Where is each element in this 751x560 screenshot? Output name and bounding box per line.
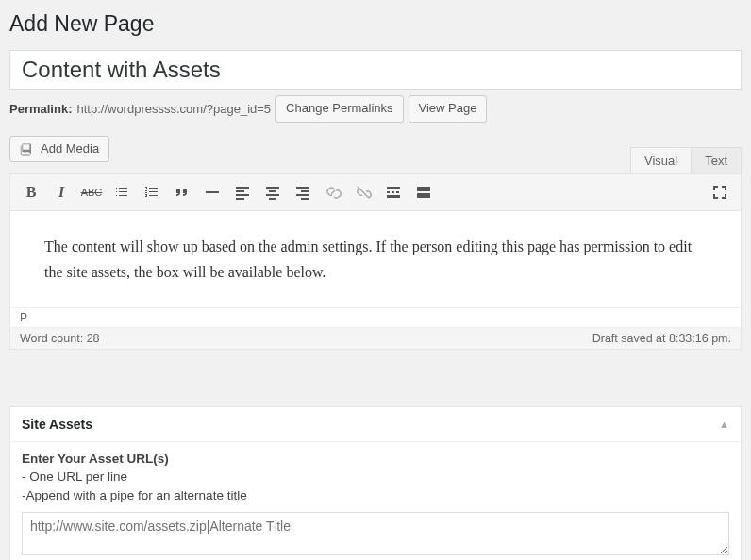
numbered-list-icon (142, 183, 161, 202)
permalink-row: Permalink: http://wordpressss.com/?page_… (9, 95, 742, 123)
read-more-button[interactable] (378, 178, 409, 206)
numbered-list-button[interactable] (137, 178, 167, 206)
fullscreen-button[interactable] (705, 178, 735, 206)
view-page-button[interactable]: View Page (409, 95, 488, 123)
editor-tabs: Visual Text (631, 147, 742, 173)
page-title: Add New Page (9, 11, 742, 37)
blockquote-icon (173, 183, 192, 202)
read-more-icon (384, 183, 403, 202)
bold-button[interactable]: B (16, 178, 46, 206)
bullet-list-button[interactable] (107, 178, 137, 206)
word-count: Word count: 28 (20, 332, 100, 345)
align-right-icon (293, 183, 312, 202)
permalink-url: http://wordpressss.com/?page_id=5 (76, 102, 271, 116)
link-icon (324, 183, 342, 202)
metabox-body: Enter Your Asset URL(s) - One URL per li… (10, 442, 741, 560)
blockquote-button[interactable] (167, 178, 197, 206)
tab-visual[interactable]: Visual (630, 147, 692, 173)
add-media-label: Add Media (41, 141, 99, 156)
unlink-icon (354, 183, 373, 202)
change-permalinks-button[interactable]: Change Permalinks (275, 95, 403, 123)
post-title-input[interactable] (9, 50, 742, 90)
italic-icon: I (58, 184, 64, 201)
editor-content[interactable]: The content will show up based on the ad… (10, 211, 741, 307)
media-icon (20, 141, 35, 156)
align-center-button[interactable] (258, 178, 288, 206)
unlink-button[interactable] (348, 178, 378, 206)
assets-line2: -Append with a pipe for an alternate tit… (22, 486, 729, 505)
assets-line1: - One URL per line (22, 468, 729, 486)
hr-button[interactable] (197, 178, 227, 206)
element-path: P (10, 307, 741, 327)
assets-heading: Enter Your Asset URL(s) (22, 452, 729, 466)
editor-toolbar: B I ABC (10, 174, 741, 211)
media-row: Add Media Visual Text (9, 136, 742, 173)
editor: B I ABC The content will show up based o… (9, 173, 742, 350)
hr-icon (203, 183, 222, 202)
draft-saved: Draft saved at 8:33:16 pm. (592, 332, 731, 345)
align-right-button[interactable] (288, 178, 318, 206)
toolbar-toggle-button[interactable] (409, 178, 439, 206)
align-center-icon (263, 183, 282, 202)
strikethrough-icon: ABC (81, 187, 103, 198)
permalink-label: Permalink: (9, 102, 72, 116)
italic-button[interactable]: I (46, 178, 76, 206)
chevron-up-icon[interactable]: ▲ (719, 419, 729, 430)
add-media-button[interactable]: Add Media (9, 136, 109, 162)
fullscreen-icon (710, 183, 729, 202)
align-left-icon (233, 183, 252, 202)
link-button[interactable] (318, 178, 348, 206)
toolbar-toggle-icon (414, 183, 433, 202)
tab-text[interactable]: Text (691, 147, 742, 173)
status-bar: Word count: 28 Draft saved at 8:33:16 pm… (10, 327, 741, 349)
bold-icon: B (26, 184, 37, 201)
site-assets-metabox: Site Assets ▲ Enter Your Asset URL(s) - … (9, 406, 742, 560)
strikethrough-button[interactable]: ABC (76, 178, 107, 206)
align-left-button[interactable] (227, 178, 258, 206)
metabox-title: Site Assets (22, 417, 92, 432)
assets-textarea[interactable] (22, 512, 729, 555)
bullet-list-icon (112, 183, 131, 202)
metabox-header[interactable]: Site Assets ▲ (10, 407, 741, 442)
